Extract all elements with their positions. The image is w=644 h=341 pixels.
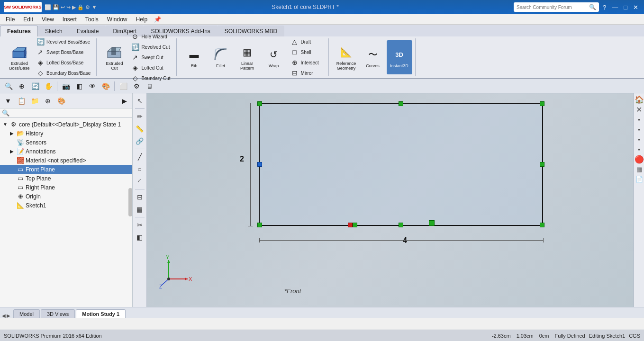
select-tool[interactable]: ↖	[134, 95, 145, 107]
tab-prev-button[interactable]: ◀	[2, 313, 6, 318]
offset-tool[interactable]: ◧	[134, 232, 145, 243]
corner-top-left	[257, 101, 262, 106]
menu-insert[interactable]: Insert	[59, 15, 81, 24]
revolved-boss-button[interactable]: 🔄 Revolved Boss/Base	[33, 37, 93, 46]
tree-sketch1[interactable]: 📐 Sketch1	[0, 201, 132, 210]
circle-tool[interactable]: ○	[134, 163, 145, 175]
linear-pattern-button[interactable]: ▦ LinearPattern	[235, 40, 260, 74]
revolved-cut-button[interactable]: 🔃 Revolved Cut	[128, 42, 173, 52]
close-button[interactable]: ✕	[631, 4, 640, 11]
boundary-boss-button[interactable]: ◇ Boundary Boss/Base	[33, 68, 93, 78]
display-style-button[interactable]: ◧	[73, 81, 85, 92]
view-settings-button[interactable]: ⚙	[131, 81, 142, 92]
menu-window[interactable]: Window	[103, 15, 131, 24]
apply-scene-button[interactable]: 🖥	[144, 81, 155, 92]
maximize-button[interactable]: □	[622, 4, 629, 11]
tree-history[interactable]: ▶ 📂 History	[0, 129, 132, 138]
zoom-to-fit-button[interactable]: 🔍	[3, 81, 14, 92]
expand-button[interactable]: ▶	[118, 95, 130, 107]
curves-button[interactable]: 〜 Curves	[360, 40, 386, 74]
tab-features[interactable]: Features	[0, 26, 38, 36]
menu-view[interactable]: View	[38, 15, 58, 24]
table-button[interactable]: ▦	[635, 165, 644, 173]
property-manager-button[interactable]: 📋	[15, 95, 27, 107]
section-view-button[interactable]: ⬜	[118, 81, 129, 92]
custom-props-button[interactable]: ▪	[635, 135, 644, 144]
hole-wizard-button[interactable]: ⊙ Hole Wizard	[128, 32, 173, 41]
tab-next-button[interactable]: ▶	[7, 313, 10, 318]
wrap-button[interactable]: ↺ Wrap	[261, 40, 287, 74]
display-manager-button[interactable]: 🎨	[55, 95, 67, 107]
arc-tool[interactable]: ◜	[134, 176, 145, 187]
dimension-tool[interactable]: 📏	[134, 123, 145, 135]
boundary-boss-label: Boundary Boss/Base	[46, 71, 91, 76]
fillet-button[interactable]: Fillet	[208, 40, 234, 74]
menu-file[interactable]: File	[2, 15, 18, 24]
mirror-button[interactable]: ⊟ Mirror	[288, 68, 326, 78]
viewport[interactable]: 2 4 X	[147, 93, 644, 318]
root-icon: ⚙	[9, 121, 18, 128]
tab-motion-study[interactable]: Motion Study 1	[76, 309, 126, 318]
tab-3d-views[interactable]: 3D Views	[41, 309, 75, 318]
menu-help[interactable]: Help	[132, 15, 152, 24]
dim-expert-button[interactable]: ⊕	[42, 95, 54, 107]
search-icon[interactable]: 🔍	[589, 4, 596, 10]
pin-button[interactable]: 📌	[154, 16, 161, 23]
feature-manager-button[interactable]: ▼	[2, 95, 14, 107]
sidebar-scrollbar[interactable]	[128, 188, 132, 216]
swept-cut-button[interactable]: ↗ Swept Cut	[128, 53, 173, 62]
bottom-tabs: ◀ ▶ Model 3D Views Motion Study 1	[0, 307, 644, 318]
swept-boss-label: Swept Boss/Base	[46, 50, 83, 55]
intersect-button[interactable]: ⊕ Intersect	[288, 58, 326, 67]
tree-origin[interactable]: ⊕ Origin	[0, 192, 132, 201]
mirror-tool[interactable]: ⊟	[134, 191, 145, 203]
rib-button[interactable]: ▬ Rib	[181, 40, 207, 74]
pattern-tool[interactable]: ▦	[134, 204, 145, 215]
scene-button[interactable]: ▪	[635, 115, 644, 124]
relation-tool[interactable]: 🔗	[134, 135, 145, 147]
tab-mbd[interactable]: SOLIDWORKS MBD	[218, 26, 284, 36]
tree-top-plane[interactable]: ▭ Top Plane	[0, 174, 132, 183]
view-orientation-button[interactable]: 📷	[60, 81, 72, 92]
search-community-box[interactable]: Search Community Forum 🔍	[514, 2, 599, 12]
tree-sensors[interactable]: 📡 Sensors	[0, 138, 132, 147]
corner-top-right	[540, 101, 544, 106]
rotate-button[interactable]: 🔄	[29, 81, 41, 92]
tab-sketch[interactable]: Sketch	[38, 26, 70, 36]
line-tool[interactable]: ╱	[134, 151, 145, 162]
edit-appearance-button[interactable]: 🎨	[100, 81, 111, 92]
help-button[interactable]: ?	[601, 4, 608, 11]
shell-button[interactable]: □ Shell	[288, 47, 326, 57]
sw-task-panel[interactable]: ▪	[635, 145, 644, 153]
tree-right-plane[interactable]: ▭ Right Plane	[0, 183, 132, 192]
config-manager-button[interactable]: 📁	[28, 95, 41, 107]
sketch-tool[interactable]: ✏	[134, 111, 145, 122]
minimize-button[interactable]: —	[610, 4, 620, 11]
menubar: File Edit View Insert Tools Window Help …	[0, 14, 644, 25]
swept-boss-button[interactable]: ↗ Swept Boss/Base	[33, 47, 93, 57]
menu-edit[interactable]: Edit	[19, 15, 37, 24]
lofted-cut-button[interactable]: ◈ Lofted Cut	[128, 63, 173, 72]
display-states-button[interactable]: ✕	[635, 105, 644, 114]
lofted-boss-button[interactable]: ◈ Lofted Boss/Base	[33, 58, 93, 67]
hide-show-button[interactable]: 👁	[87, 81, 98, 92]
tab-evaluate[interactable]: Evaluate	[70, 26, 106, 36]
tree-front-plane[interactable]: ▭ Front Plane	[0, 165, 132, 174]
zoom-button[interactable]: ⊕	[16, 81, 27, 92]
tab-model[interactable]: Model	[13, 309, 40, 318]
extruded-boss-base-button[interactable]: ExtrudedBoss/Base	[7, 40, 32, 74]
instant3d-button[interactable]: 3D Instant3D	[387, 40, 412, 74]
tree-root[interactable]: ▼ ⚙ core (Default<<Default>_Display Stat…	[0, 120, 132, 129]
extruded-cut-button[interactable]: ExtrudedCut	[101, 40, 127, 74]
document-props[interactable]: 📄	[635, 175, 644, 183]
menu-tools[interactable]: Tools	[82, 15, 102, 24]
tree-annotations[interactable]: ▶ 📝 Annotations	[0, 147, 132, 156]
draft-button[interactable]: △ Draft	[288, 37, 326, 46]
reference-geometry-button[interactable]: 📐 ReferenceGeometry	[334, 40, 359, 74]
tree-material[interactable]: 🧱 Material <not specified>	[0, 156, 132, 165]
view-palette-button[interactable]: 🏠	[635, 95, 644, 104]
pan-button[interactable]: ✋	[43, 81, 54, 92]
appearances-button[interactable]: ▪	[635, 125, 644, 134]
color-picker[interactable]: 🔴	[635, 155, 644, 163]
trim-tool[interactable]: ✂	[134, 219, 145, 231]
